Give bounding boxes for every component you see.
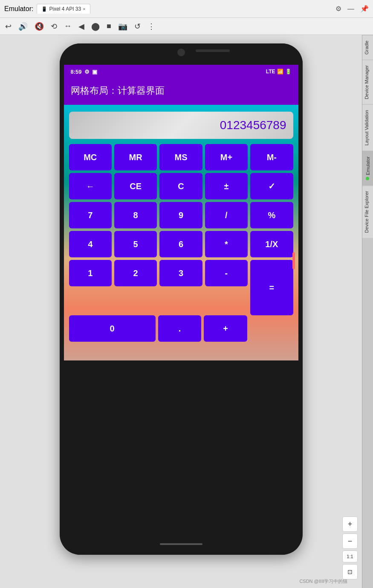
zoom-controls: + − 1:1 ⊡	[342, 516, 358, 579]
battery-icon: 🔋	[285, 69, 292, 75]
camera-notch	[177, 49, 185, 56]
volume-down-icon[interactable]: 🔇	[35, 22, 44, 31]
zoom-level: 1:1	[342, 551, 358, 562]
gradle-tab[interactable]: Gradle	[362, 35, 373, 60]
close-tab-button[interactable]: ×	[83, 6, 85, 12]
btn-plus[interactable]: +	[204, 315, 247, 342]
status-time: 8:59	[71, 69, 82, 75]
btn-minus[interactable]: -	[205, 260, 248, 286]
calculator-area: 0123456789 MC MR MS M+ M- ←	[64, 105, 298, 360]
layout-validation-tab[interactable]: Layout Validation	[362, 104, 373, 151]
zoom-out-button[interactable]: −	[342, 533, 358, 549]
minimize-icon[interactable]: —	[347, 5, 354, 13]
nav-back-icon[interactable]: ◀	[78, 22, 84, 31]
status-left: 8:59 ⚙ ▣	[71, 69, 97, 75]
toolbar-title: Emulator:	[4, 5, 33, 13]
rotate-icon[interactable]: ⟲	[51, 22, 57, 31]
memory-row: MC MR MS M+ M-	[69, 144, 293, 170]
refresh-icon[interactable]: ↺	[134, 22, 141, 31]
mminus-button[interactable]: M-	[250, 144, 293, 170]
home-icon[interactable]: ⬤	[91, 22, 100, 31]
main-area: 8:59 ⚙ ▣ LTE 📶 🔋 网格布局：计算器界面	[0, 35, 373, 588]
control-row: ← CE C ± ✓	[69, 173, 293, 199]
backspace-button[interactable]: ←	[69, 173, 112, 199]
watermark: CSDN @IIII学习中的猫	[299, 578, 347, 585]
back-icon[interactable]: ↩	[5, 22, 12, 31]
settings-status-icon: ⚙	[84, 69, 90, 75]
num-row-456: 4 5 6 * 1/X	[69, 231, 293, 257]
phone-area: 8:59 ⚙ ▣ LTE 📶 🔋 网格布局：计算器界面	[0, 35, 362, 588]
emulator-dot	[366, 177, 370, 180]
stop-icon[interactable]: ■	[107, 22, 111, 31]
btn-multiply[interactable]: *	[205, 231, 248, 257]
btn-divide[interactable]: /	[205, 202, 248, 228]
phone-frame: 8:59 ⚙ ▣ LTE 📶 🔋 网格布局：计算器界面	[60, 43, 303, 555]
speaker	[196, 49, 230, 52]
btn-7[interactable]: 7	[69, 202, 112, 228]
num-row-789: 7 8 9 / %	[69, 202, 293, 228]
app-header: 网格布局：计算器界面	[64, 78, 298, 105]
mr-button[interactable]: MR	[114, 144, 157, 170]
btn-percent[interactable]: %	[250, 202, 293, 228]
num-row-123-equals: 1 2 3 - =	[69, 260, 293, 315]
btn-9[interactable]: 9	[159, 202, 202, 228]
bottom-row: 0 . +	[69, 315, 293, 342]
sim-status-icon: ▣	[92, 69, 97, 75]
zoom-fit-icon[interactable]: ⊡	[342, 564, 358, 579]
mplus-button[interactable]: M+	[205, 144, 248, 170]
btn-5[interactable]: 5	[114, 231, 157, 257]
device-file-explorer-tab[interactable]: Device File Explorer	[362, 185, 373, 238]
settings-icon[interactable]: ⚙	[335, 5, 341, 13]
btn-reciprocal[interactable]: 1/X	[250, 231, 293, 257]
sign-button[interactable]: ±	[205, 173, 248, 199]
btn-0[interactable]: 0	[69, 315, 156, 342]
phone-notch	[60, 43, 303, 65]
btn-3[interactable]: 3	[159, 260, 202, 286]
check-button[interactable]: ✓	[250, 173, 293, 199]
zoom-in-button[interactable]: +	[342, 516, 358, 532]
mc-button[interactable]: MC	[69, 144, 112, 170]
home-indicator	[160, 543, 202, 545]
device-manager-tab[interactable]: Device Manager	[362, 60, 373, 104]
calc-display: 0123456789	[69, 112, 293, 139]
screenshot-icon[interactable]: 📷	[118, 22, 127, 31]
flip-icon[interactable]: ↔	[64, 22, 72, 31]
app-title: 网格布局：计算器界面	[71, 84, 292, 97]
btn-2[interactable]: 2	[114, 260, 157, 286]
phone-screen: 8:59 ⚙ ▣ LTE 📶 🔋 网格布局：计算器界面	[64, 65, 298, 533]
btn-dot[interactable]: .	[158, 315, 202, 342]
status-right: LTE 📶 🔋	[266, 69, 292, 75]
ce-button[interactable]: CE	[114, 173, 157, 199]
ms-button[interactable]: MS	[159, 144, 202, 170]
pin-icon[interactable]: 📌	[360, 5, 369, 13]
secondary-toolbar: ↩ 🔊 🔇 ⟲ ↔ ◀ ⬤ ■ 📷 ↺ ⋮	[0, 18, 373, 35]
btn-4[interactable]: 4	[69, 231, 112, 257]
c-button[interactable]: C	[159, 173, 202, 199]
network-status: LTE	[266, 69, 275, 75]
emulator-tab[interactable]: 📱 Pixel 4 API 33 ×	[37, 4, 90, 14]
status-bar: 8:59 ⚙ ▣ LTE 📶 🔋	[64, 65, 298, 78]
btn-6[interactable]: 6	[159, 231, 202, 257]
signal-icon: 📶	[277, 69, 283, 75]
main-toolbar: Emulator: 📱 Pixel 4 API 33 × ⚙ — 📌	[0, 0, 373, 18]
scroll-indicator	[292, 252, 295, 269]
tab-label: Pixel 4 API 33	[49, 6, 81, 12]
btn-8[interactable]: 8	[114, 202, 157, 228]
right-panel: Gradle Device Manager Layout Validation …	[362, 35, 373, 588]
btn-1[interactable]: 1	[69, 260, 112, 286]
more-icon[interactable]: ⋮	[147, 22, 155, 31]
display-value: 0123456789	[220, 118, 286, 132]
emulator-tab-side[interactable]: Emulator	[362, 151, 373, 185]
volume-up-icon[interactable]: 🔊	[18, 22, 28, 31]
phone-bottom-bar	[64, 533, 298, 555]
btn-equals[interactable]: =	[250, 260, 293, 315]
